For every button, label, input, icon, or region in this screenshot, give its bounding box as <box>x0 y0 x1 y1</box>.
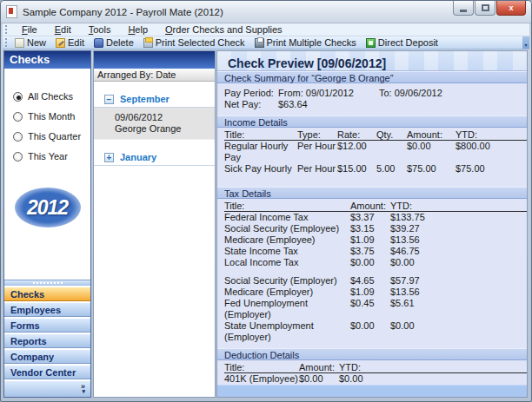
income-col-title: Title: <box>224 129 297 141</box>
check-list-item[interactable]: 09/06/2012 George Orange <box>94 108 215 140</box>
tax-col-title: Title: <box>224 201 350 212</box>
tax-col-ytd: YTD: <box>390 201 527 212</box>
pay-period-from: From: 09/01/2012 <box>278 88 379 99</box>
net-pay-value: $63.64 <box>278 99 379 110</box>
sidebar-splitter-grip[interactable] <box>4 280 90 286</box>
income-col-amount: Amount: <box>407 129 456 141</box>
table-row: Medicare (Employee) $1.09 $13.56 <box>224 234 527 246</box>
deduction-details-header: Deduction Details <box>217 348 527 360</box>
preview-title: Check Preview [09/06/2012] <box>217 51 527 71</box>
title-bar: Sample Company 2012 - Payroll Mate (2012… <box>1 1 531 23</box>
income-col-qty: Qty. <box>376 129 407 141</box>
pay-period-label: Pay Period: <box>224 88 278 99</box>
tax-details-header: Tax Details <box>217 187 527 199</box>
filter-all-checks[interactable]: All Checks <box>13 91 90 102</box>
check-preview-panel: Check Preview [09/06/2012] Check Summary… <box>216 50 528 398</box>
sidebar-item-company[interactable]: Company <box>4 349 90 364</box>
income-col-ytd: YTD: <box>456 129 527 141</box>
table-row: Social Security (Employee) $3.15 $39.27 <box>224 223 527 234</box>
maximize-icon <box>482 4 489 11</box>
toolbar-overflow-button[interactable]: ▾ <box>522 36 529 49</box>
check-summary-header: Check Summary for “George B Orange” <box>217 71 527 83</box>
list-panel-header-band <box>94 51 215 69</box>
table-row: Fed Unemployment (Employer) $0.45 $5.61 <box>224 298 527 320</box>
radio-this-month-icon[interactable] <box>13 112 23 122</box>
income-columns: Title: Type: Rate: Qty. Amount: YTD: <box>224 129 527 141</box>
income-details-table: Title: Type: Rate: Qty. Amount: YTD: Reg… <box>217 128 527 175</box>
maximize-button[interactable] <box>475 1 495 16</box>
sidebar-item-employees[interactable]: Employees <box>4 302 90 317</box>
group-september[interactable]: − September <box>94 90 215 108</box>
net-pay-label: Net Pay: <box>224 99 278 110</box>
toolbar-grip-icon <box>5 38 8 47</box>
minimize-button[interactable] <box>453 1 474 16</box>
table-row: 401K (Employee) $0.00 $0.00 <box>224 373 527 385</box>
delete-label: Delete <box>106 37 134 48</box>
collapse-icon[interactable]: − <box>104 95 114 104</box>
sidebar-title: Checks <box>4 51 90 69</box>
check-filters: All Checks This Month This Quarter This … <box>4 91 90 161</box>
income-details-header: Income Details <box>217 115 527 128</box>
table-row: Local Income Tax $0.00 $0.00 <box>224 257 527 268</box>
filter-this-month-label: This Month <box>28 111 75 122</box>
table-row: Regular Hourly Pay Per Hour $12.00 $0.00… <box>224 141 527 163</box>
filter-this-quarter-label: This Quarter <box>28 131 81 142</box>
filter-this-year[interactable]: This Year <box>13 151 90 161</box>
menu-grip-icon <box>5 25 8 34</box>
new-button[interactable]: New <box>11 36 52 49</box>
income-col-rate: Rate: <box>337 129 376 141</box>
radio-all-checks-icon[interactable] <box>13 92 23 102</box>
print-multiple-checks-icon <box>255 38 264 48</box>
window-controls: x <box>453 1 526 16</box>
filter-this-month[interactable]: This Month <box>13 111 90 122</box>
app-icon <box>6 5 17 18</box>
radio-this-quarter-icon[interactable] <box>13 132 23 142</box>
check-list-panel: Arranged By: Date − September 09/06/2012… <box>93 50 216 398</box>
edit-button[interactable]: Edit <box>52 36 90 49</box>
group-january[interactable]: + January <box>94 148 215 166</box>
income-col-type: Type: <box>297 129 337 141</box>
year-logo: 2012 <box>15 188 81 227</box>
minimize-icon <box>460 10 467 12</box>
sidebar-item-checks[interactable]: Checks <box>4 287 90 301</box>
direct-deposit-button[interactable]: Direct Deposit <box>362 36 444 49</box>
menu-tools[interactable]: Tools <box>82 23 118 36</box>
window-title: Sample Company 2012 - Payroll Mate (2012… <box>23 7 453 17</box>
group-january-label: January <box>120 152 156 162</box>
sidebar-configure-buttons[interactable]: » ▾ <box>4 380 90 397</box>
sidebar-item-forms[interactable]: Forms <box>4 318 90 333</box>
filter-this-quarter[interactable]: This Quarter <box>13 131 90 142</box>
sidebar-item-reports[interactable]: Reports <box>4 333 90 348</box>
sidebar-item-vendor-center[interactable]: Vendor Center <box>4 365 90 379</box>
sidebar: Checks All Checks This Month This Quarte… <box>3 50 91 398</box>
menu-edit[interactable]: Edit <box>48 23 78 36</box>
arranged-by-bar[interactable]: Arranged By: Date <box>94 69 215 82</box>
check-summary-body: Pay Period: From: 09/01/2012 To: 09/06/2… <box>217 83 527 115</box>
menu-order-checks-and-supplies[interactable]: Order Checks and Supplies <box>158 23 289 36</box>
close-button[interactable]: x <box>496 1 526 16</box>
new-icon <box>15 38 24 48</box>
deduction-col-title: Title: <box>224 362 299 373</box>
table-row: State Income Tax $3.75 $46.75 <box>224 246 527 257</box>
table-row: State Unemployment (Employer) $0.00 $0.0… <box>224 320 527 343</box>
delete-button[interactable]: Delete <box>90 36 140 49</box>
edit-label: Edit <box>68 37 84 48</box>
filter-all-checks-label: All Checks <box>28 91 73 102</box>
table-row: Federal Income Tax $3.37 $133.75 <box>224 212 527 223</box>
radio-this-year-icon[interactable] <box>13 152 23 161</box>
print-multiple-checks-label: Print Multiple Checks <box>267 37 356 48</box>
print-selected-check-button[interactable]: Print Selected Check <box>140 36 251 49</box>
filter-this-year-label: This Year <box>28 151 68 161</box>
group-september-label: September <box>120 94 170 104</box>
menu-help[interactable]: Help <box>121 23 155 36</box>
print-multiple-checks-button[interactable]: Print Multiple Checks <box>251 36 362 49</box>
menu-file[interactable]: File <box>15 23 44 36</box>
pay-period-to: To: 09/06/2012 <box>379 88 527 99</box>
year-logo-text: 2012 <box>27 196 68 220</box>
preview-footer-band <box>217 385 527 397</box>
expand-icon[interactable]: + <box>104 153 114 162</box>
tax-col-amount: Amount: <box>350 201 390 212</box>
tax-details-table: Title: Amount: YTD: Federal Income Tax $… <box>217 199 527 343</box>
table-row: Sick Pay Hourly Per Hour $15.00 5.00 $75… <box>224 163 527 175</box>
menu-bar: File Edit Tools Help Order Checks and Su… <box>3 23 529 36</box>
